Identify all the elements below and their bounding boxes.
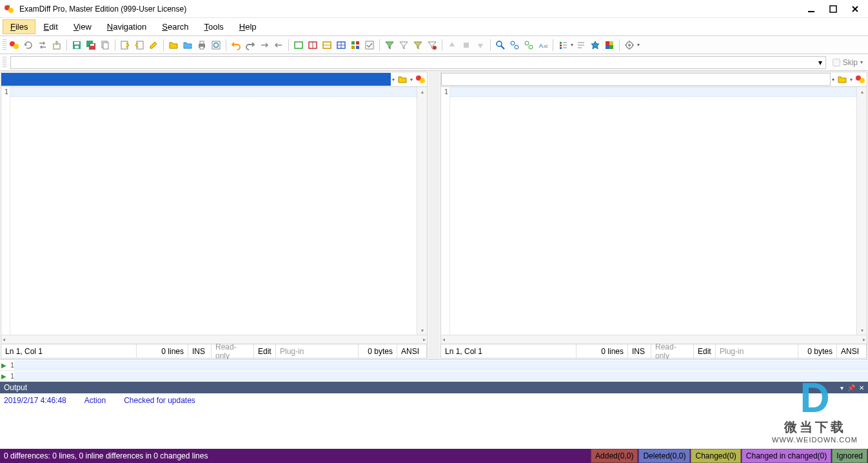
left-status: Ln 1, Col 1 0 lines INS Read-only Edit P… <box>1 344 427 358</box>
nav-up-icon[interactable] <box>446 39 459 52</box>
plugin-icon[interactable] <box>589 39 602 52</box>
combobar-grip[interactable] <box>3 57 6 68</box>
mini-row-1: ▶ 1 <box>0 360 868 371</box>
right-path-dropdown[interactable]: ▾ <box>832 77 834 83</box>
statusbar: 0 differences: 0 lines, 0 inline differe… <box>0 449 868 463</box>
right-compare-icon[interactable] <box>854 73 867 86</box>
right-scrollbar-v[interactable]: ▴▾ <box>856 87 867 335</box>
export-icon[interactable] <box>50 39 63 52</box>
mini-arrow-icon[interactable]: ▶ <box>0 373 8 380</box>
left-editor[interactable] <box>10 87 417 335</box>
right-scrollbar-h[interactable]: ◂▸ <box>441 335 867 344</box>
left-path-dropdown[interactable]: ▾ <box>392 77 395 83</box>
filter-1-icon[interactable] <box>383 39 396 52</box>
skip-checkbox[interactable]: Skip ▾ <box>830 58 865 67</box>
status-deleted[interactable]: Deleted(0,0) <box>638 449 690 463</box>
left-scrollbar-h[interactable]: ◂▸ <box>1 335 427 344</box>
right-open-dropdown[interactable]: ▾ <box>850 77 853 83</box>
find-next-icon[interactable] <box>508 39 521 52</box>
edit-icon[interactable] <box>147 39 160 52</box>
arrow-left-icon[interactable] <box>272 39 285 52</box>
folder-left-icon[interactable] <box>167 39 180 52</box>
minimize-button[interactable] <box>806 4 816 14</box>
filter-3-icon[interactable] <box>411 39 424 52</box>
status-changed[interactable]: Changed(0) <box>691 449 740 463</box>
filter-2-icon[interactable] <box>397 39 410 52</box>
status-changed-in-changed[interactable]: Changed in changed(0) <box>742 449 831 463</box>
output-menu-icon[interactable]: ▾ <box>840 384 843 391</box>
list-dropdown[interactable]: ▾ <box>571 42 573 48</box>
mini-arrow-icon[interactable]: ▶ <box>0 362 8 369</box>
svg-rect-47 <box>560 44 562 46</box>
skip-check[interactable] <box>833 59 840 66</box>
output-message: Checked for updates <box>124 396 195 405</box>
menu-tools[interactable]: Tools <box>196 19 231 34</box>
menu-edit[interactable]: Edit <box>35 19 65 34</box>
refresh-icon[interactable] <box>22 39 35 52</box>
nav-stop-icon[interactable] <box>460 39 473 52</box>
filter-4-icon[interactable] <box>426 39 439 52</box>
find-prev-icon[interactable] <box>522 39 535 52</box>
splitter[interactable] <box>428 71 440 359</box>
view-split-v-icon[interactable] <box>306 39 319 52</box>
compare-icon[interactable] <box>8 39 21 52</box>
status-added[interactable]: Added(0,0) <box>591 449 638 463</box>
menu-files[interactable]: Files <box>3 19 35 34</box>
wrap-icon[interactable] <box>575 39 587 52</box>
menu-search[interactable]: Search <box>154 19 196 34</box>
undo-icon[interactable] <box>230 39 242 52</box>
svg-point-36 <box>433 46 437 50</box>
arrow-right-icon[interactable] <box>258 39 271 52</box>
left-status-enc: ANSI <box>397 344 427 358</box>
find-icon[interactable] <box>494 39 507 52</box>
copy-icon[interactable] <box>99 39 112 52</box>
maximize-button[interactable] <box>828 4 838 14</box>
left-open-folder-icon[interactable] <box>396 73 409 86</box>
view-split-h-icon[interactable] <box>321 39 333 52</box>
redo-icon[interactable] <box>244 39 257 52</box>
left-open-dropdown[interactable]: ▾ <box>410 77 413 83</box>
output-pin-icon[interactable]: 📌 <box>847 384 855 391</box>
folder-right-icon[interactable] <box>181 39 194 52</box>
view-quad-icon[interactable] <box>335 39 348 52</box>
view-grid-icon[interactable] <box>349 39 362 52</box>
color-icon[interactable] <box>603 39 616 52</box>
right-status-edit[interactable]: Edit <box>694 344 716 358</box>
settings-dropdown[interactable]: ▾ <box>637 42 640 48</box>
swap-icon[interactable] <box>36 39 49 52</box>
close-button[interactable] <box>850 4 860 14</box>
menu-help[interactable]: Help <box>232 19 264 34</box>
edit-left-icon[interactable] <box>119 39 132 52</box>
edit-right-icon[interactable] <box>133 39 146 52</box>
save-icon[interactable] <box>70 39 83 52</box>
svg-line-39 <box>501 46 504 49</box>
address-combo[interactable]: ▾ <box>10 56 826 69</box>
print-icon[interactable] <box>195 39 208 52</box>
checkbox-icon[interactable] <box>363 39 376 52</box>
nav-down-icon[interactable] <box>474 39 487 52</box>
svg-rect-56 <box>609 41 613 45</box>
left-status-ro: Read-only <box>212 344 254 358</box>
left-status-edit[interactable]: Edit <box>254 344 276 358</box>
preview-icon[interactable] <box>210 39 222 52</box>
left-scrollbar-v[interactable]: ▴▾ <box>417 87 427 335</box>
right-editor[interactable] <box>450 87 856 335</box>
svg-point-40 <box>511 41 515 45</box>
settings-icon[interactable] <box>623 39 636 52</box>
menu-navigation[interactable]: Navigation <box>99 19 154 34</box>
save-all-icon[interactable] <box>84 39 97 52</box>
combobar: ▾ Skip ▾ <box>0 54 868 71</box>
replace-icon[interactable]: Aab <box>537 39 549 52</box>
left-path-input[interactable] <box>1 73 391 86</box>
view-single-icon[interactable] <box>292 39 305 52</box>
output-close-icon[interactable]: ✕ <box>859 384 864 391</box>
svg-rect-31 <box>351 41 355 44</box>
chevron-down-icon[interactable]: ▾ <box>815 57 825 68</box>
left-compare-icon[interactable] <box>414 73 427 86</box>
right-path-input[interactable] <box>441 73 831 86</box>
list-icon[interactable] <box>557 39 569 52</box>
right-open-folder-icon[interactable] <box>836 73 849 86</box>
toolbar-grip[interactable] <box>3 39 6 51</box>
status-ignored[interactable]: Ignored <box>832 449 867 463</box>
menu-view[interactable]: View <box>66 19 99 34</box>
